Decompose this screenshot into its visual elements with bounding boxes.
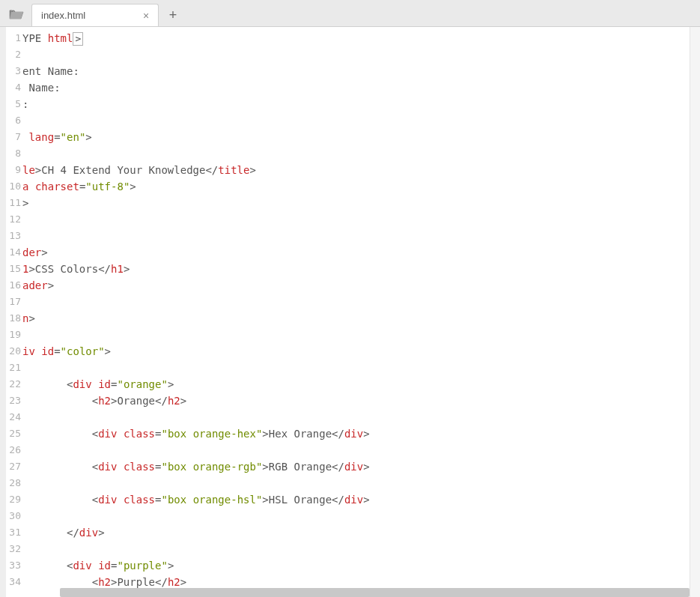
line-number: 2 [6, 46, 22, 63]
code-line[interactable]: ent Name: [22, 63, 690, 79]
line-number: 4 [6, 79, 22, 96]
code-line[interactable] [22, 442, 690, 458]
code-line[interactable] [22, 541, 690, 557]
line-number: 10 [6, 178, 22, 195]
code-line[interactable] [22, 409, 690, 425]
code-line[interactable]: le>CH 4 Extend Your Knowledge</title> [22, 162, 690, 178]
code-line[interactable]: YPE html> [22, 30, 690, 46]
code-line[interactable]: ader> [22, 277, 690, 294]
code-line[interactable]: <h2>Orange</h2> [22, 393, 690, 409]
line-number: 22 [6, 376, 22, 393]
editor-area: 1234567891011121314151617181920212223242… [0, 27, 700, 597]
code-line[interactable] [22, 228, 690, 244]
code-line[interactable]: <div id="purple"> [22, 557, 690, 574]
code-line[interactable]: der> [22, 244, 690, 261]
line-number: 21 [6, 360, 22, 376]
line-number: 34 [6, 574, 22, 590]
line-number: 25 [6, 425, 22, 442]
vertical-scrollbar[interactable] [690, 27, 700, 597]
line-number: 5 [6, 96, 22, 112]
code-line[interactable] [22, 145, 690, 162]
line-number: 17 [6, 294, 22, 310]
line-number: 12 [6, 211, 22, 228]
line-number: 3 [6, 63, 22, 79]
line-number: 15 [6, 261, 22, 277]
line-number: 9 [6, 162, 22, 178]
file-tab[interactable]: index.html × [31, 4, 159, 26]
tab-close-button[interactable]: × [140, 10, 152, 22]
code-content[interactable]: YPE html>ent Name: Name:: lang="en">le>C… [22, 27, 690, 597]
line-number-gutter: 1234567891011121314151617181920212223242… [6, 27, 22, 597]
tab-title: index.html [41, 10, 140, 21]
line-number: 1 [6, 30, 22, 46]
horizontal-scrollbar[interactable] [60, 588, 690, 597]
code-line[interactable]: a charset="utf-8"> [22, 178, 690, 195]
line-number: 32 [6, 541, 22, 557]
line-number: 19 [6, 327, 22, 343]
code-line[interactable] [22, 475, 690, 491]
new-tab-button[interactable]: + [162, 4, 184, 26]
code-line[interactable] [22, 294, 690, 310]
open-folder-button[interactable] [3, 2, 30, 26]
code-line[interactable] [22, 360, 690, 376]
line-number: 20 [6, 343, 22, 360]
line-number: 30 [6, 508, 22, 524]
tab-bar: index.html × + [0, 0, 700, 27]
line-number: 33 [6, 557, 22, 574]
line-number: 29 [6, 491, 22, 508]
line-number: 23 [6, 393, 22, 409]
line-number: 27 [6, 458, 22, 475]
code-line[interactable]: n> [22, 310, 690, 327]
line-number: 28 [6, 475, 22, 491]
code-line[interactable]: : [22, 96, 690, 112]
code-line[interactable]: </div> [22, 524, 690, 541]
line-number: 18 [6, 310, 22, 327]
code-line[interactable]: Name: [22, 79, 690, 96]
text-cursor: > [73, 32, 83, 46]
code-line[interactable]: 1>CSS Colors</h1> [22, 261, 690, 277]
line-number: 6 [6, 112, 22, 129]
code-line[interactable]: <div class="box orange-rgb">RGB Orange</… [22, 458, 690, 475]
code-line[interactable]: <div class="box orange-hsl">HSL Orange</… [22, 491, 690, 508]
code-line[interactable]: <div class="box orange-hex">Hex Orange</… [22, 425, 690, 442]
line-number: 24 [6, 409, 22, 425]
folder-open-icon [9, 8, 24, 20]
line-number: 26 [6, 442, 22, 458]
line-number: 7 [6, 129, 22, 145]
code-line[interactable] [22, 211, 690, 228]
code-line[interactable] [22, 327, 690, 343]
code-line[interactable]: lang="en"> [22, 129, 690, 145]
left-gutter [0, 27, 6, 597]
code-line[interactable] [22, 508, 690, 524]
code-line[interactable]: > [22, 195, 690, 211]
code-line[interactable] [22, 112, 690, 129]
line-number: 31 [6, 524, 22, 541]
line-number: 11 [6, 195, 22, 211]
code-line[interactable]: <div id="orange"> [22, 376, 690, 393]
line-number: 14 [6, 244, 22, 261]
line-number: 16 [6, 277, 22, 294]
line-number: 8 [6, 145, 22, 162]
code-line[interactable]: iv id="color"> [22, 343, 690, 360]
code-line[interactable] [22, 46, 690, 63]
line-number: 13 [6, 228, 22, 244]
